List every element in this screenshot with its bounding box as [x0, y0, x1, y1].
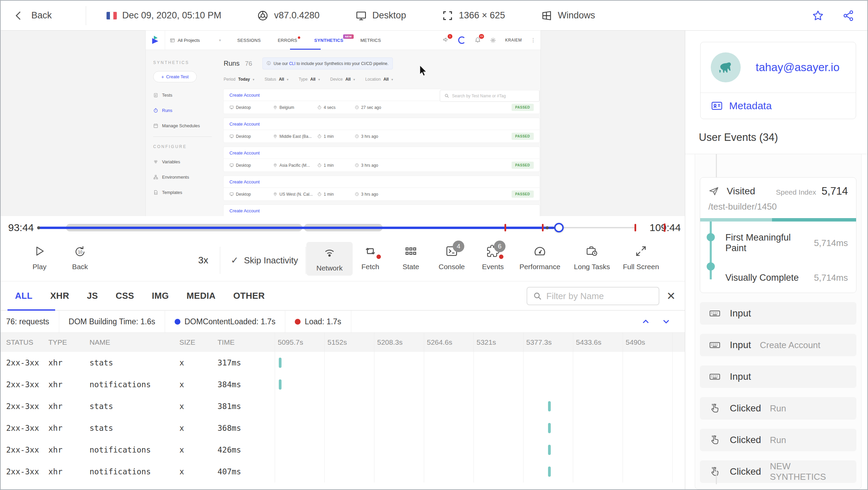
- click-event-card[interactable]: Clicked Run: [700, 429, 856, 451]
- status-badge: PASSED: [512, 191, 534, 198]
- announcements-button[interactable]: 1: [443, 36, 449, 44]
- skip-inactivity-toggle[interactable]: ✓ Skip Inactivity: [231, 239, 298, 281]
- run-card[interactable]: Create Account Desktop US West (N. Cal..…: [224, 176, 540, 200]
- notifications-button[interactable]: 33: [475, 36, 481, 44]
- performance-panel-button[interactable]: Performance: [518, 245, 562, 271]
- run-test-name[interactable]: Create Account: [224, 176, 540, 187]
- sidebar-item-runs[interactable]: Runs: [153, 108, 212, 113]
- events-panel-button[interactable]: 6 Events: [474, 245, 512, 271]
- metric-label: First Meaningful Paint: [725, 232, 814, 254]
- full-screen-button[interactable]: Full Screen: [621, 245, 661, 271]
- back-button[interactable]: Back: [13, 10, 52, 21]
- event-marker-dot: [546, 226, 549, 229]
- nav-metrics[interactable]: METRICS: [360, 38, 381, 43]
- sidebar-item-variables[interactable]: Variables: [153, 159, 212, 164]
- request-time: 426ms: [218, 445, 275, 454]
- tab-media[interactable]: MEDIA: [187, 291, 215, 301]
- jump-previous-icon[interactable]: [641, 316, 651, 327]
- playback-speed-button[interactable]: 3x: [191, 239, 215, 281]
- nav-synthetics[interactable]: SYNTHETICSNEW: [314, 38, 343, 43]
- run-test-name[interactable]: Create Account: [224, 147, 540, 159]
- table-row[interactable]: 2xx-3xx xhr stats x 317ms: [1, 352, 685, 374]
- sidebar-item-tests[interactable]: Tests: [153, 93, 212, 98]
- timeline-track[interactable]: [38, 223, 636, 233]
- request-waterfall: [275, 439, 685, 461]
- monitor-icon: [229, 192, 234, 196]
- metadata-button[interactable]: Metadata: [701, 93, 856, 119]
- test-search-input[interactable]: [452, 94, 535, 98]
- request-time: 407ms: [218, 467, 275, 476]
- cli-link[interactable]: CLI: [289, 61, 295, 66]
- table-row[interactable]: 2xx-3xx xhr stats x 381ms: [1, 395, 685, 417]
- visited-event-card[interactable]: Visited Speed Index 5,714 /test-builder/…: [700, 177, 856, 293]
- network-filter-input[interactable]: [546, 291, 653, 301]
- filter-device[interactable]: DeviceAll▾: [330, 77, 355, 82]
- france-flag-icon: [107, 12, 117, 19]
- network-table-header: STATUS TYPE NAME SIZE TIME 5095.7s 5152s…: [1, 333, 685, 352]
- run-card[interactable]: Create Account Desktop Asia Pacific (M..…: [224, 147, 540, 172]
- dom-building-time: DOM Building Time: 1.6s: [59, 311, 165, 332]
- state-panel-button[interactable]: State: [392, 245, 430, 271]
- console-panel-button[interactable]: 4 Console: [433, 245, 470, 271]
- click-event-card[interactable]: Clicked Run: [700, 397, 856, 420]
- kebab-menu-icon[interactable]: ⋮: [531, 37, 536, 43]
- request-size: x: [179, 402, 218, 411]
- jump-next-icon[interactable]: [661, 316, 671, 327]
- tab-js[interactable]: JS: [87, 291, 98, 301]
- input-event-card[interactable]: Input: [700, 302, 856, 325]
- network-filter-box[interactable]: [527, 287, 659, 305]
- tab-other[interactable]: OTHER: [233, 291, 265, 301]
- test-search-box[interactable]: [440, 90, 540, 102]
- playhead-handle[interactable]: [554, 223, 564, 232]
- cubes-icon: [153, 159, 158, 164]
- request-timing-bar: [548, 423, 551, 433]
- table-row[interactable]: 2xx-3xx xhr stats x 368ms: [1, 417, 685, 439]
- filter-status[interactable]: StatusAll▾: [264, 77, 288, 82]
- create-test-button[interactable]: +Create Test: [153, 71, 197, 82]
- device-label: Desktop: [372, 10, 406, 21]
- run-card[interactable]: Create Account Desktop Middle East (Ba..…: [224, 118, 540, 143]
- long-tasks-panel-button[interactable]: Long Tasks: [571, 245, 613, 271]
- play-button[interactable]: Play: [21, 245, 58, 271]
- fetch-panel-button[interactable]: Fetch: [352, 245, 389, 271]
- table-row[interactable]: 2xx-3xx xhr notifications x 384ms: [1, 374, 685, 395]
- sidebar-section-synthetics: SYNTHETICS: [153, 60, 212, 65]
- filter-type[interactable]: TypeAll▾: [299, 77, 320, 82]
- playback-timeline[interactable]: 93:44 109:44: [1, 216, 685, 239]
- network-panel-button[interactable]: Network: [306, 242, 353, 276]
- tab-xhr[interactable]: XHR: [50, 291, 69, 301]
- request-size: x: [179, 445, 218, 454]
- run-test-name[interactable]: Create Account: [224, 205, 540, 216]
- event-marker-red: [504, 224, 506, 231]
- close-panel-icon[interactable]: ✕: [666, 290, 676, 303]
- user-email-link[interactable]: tahay@asayer.io: [756, 61, 839, 74]
- time-column-label: 5321s: [473, 333, 523, 352]
- sidebar-item-manage-schedules[interactable]: Manage Schedules: [153, 123, 212, 128]
- share-icon[interactable]: [842, 9, 855, 22]
- sidebar-item-templates[interactable]: Templates: [153, 190, 212, 195]
- tab-css[interactable]: CSS: [116, 291, 134, 301]
- user-menu[interactable]: KRAIEM: [505, 38, 522, 43]
- replayed-app-header: All Projects ▾ SESSIONS ERRORS SYNTHETIC…: [146, 31, 541, 50]
- gear-icon[interactable]: [490, 37, 496, 44]
- project-selector[interactable]: All Projects ▾: [170, 38, 221, 43]
- click-event-card[interactable]: Clicked NEW SYNTHETICS: [700, 460, 856, 483]
- input-event-card[interactable]: Input: [700, 365, 856, 388]
- run-card[interactable]: Create Account Desktop Canada (Centra...…: [224, 205, 540, 216]
- sidebar-item-environments[interactable]: Environments: [153, 175, 212, 180]
- input-event-card[interactable]: Input Create Account: [700, 334, 856, 356]
- filter-location[interactable]: LocationAll▾: [365, 77, 393, 82]
- run-test-name[interactable]: Create Account: [224, 118, 540, 130]
- nav-errors[interactable]: ERRORS: [278, 38, 297, 43]
- table-row[interactable]: 2xx-3xx xhr notifications x 407ms: [1, 461, 685, 483]
- filter-period[interactable]: PeriodToday▾: [224, 77, 254, 82]
- tab-all[interactable]: ALL: [15, 291, 32, 301]
- events-alert-dot: [499, 255, 503, 259]
- request-waterfall: [275, 417, 685, 439]
- header-type: TYPE: [48, 338, 90, 346]
- table-row[interactable]: 2xx-3xx xhr notifications x 426ms: [1, 439, 685, 461]
- favorite-star-icon[interactable]: [811, 9, 824, 22]
- back-10s-button[interactable]: 10 Back: [61, 245, 99, 271]
- nav-sessions[interactable]: SESSIONS: [237, 38, 261, 43]
- tab-img[interactable]: IMG: [152, 291, 169, 301]
